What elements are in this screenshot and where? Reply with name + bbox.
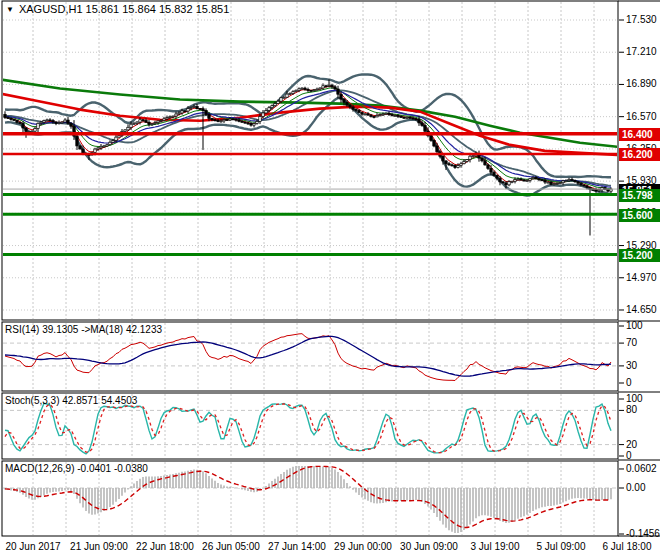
- time-label: 27 Jun 14:00: [268, 541, 326, 552]
- chart-window: ▼XAGUSD,H1 15.861 15.864 15.832 15.851 R…: [0, 0, 660, 560]
- price-level-badge: 15.798: [619, 189, 660, 202]
- macd-tick: 0.0602: [626, 463, 657, 474]
- collapse-triangle-icon[interactable]: ▼: [6, 5, 14, 14]
- stoch-tick: 80: [626, 404, 637, 415]
- macd-tick: 0.00: [626, 482, 645, 493]
- rsi-tick: 70: [626, 337, 637, 348]
- price-tick: 16.570: [626, 111, 657, 122]
- price-level-badge: 15.200: [619, 249, 660, 262]
- stoch-label: Stoch(5,3,3) 42.8571 54.4503: [5, 395, 137, 406]
- price-level-badge: 16.200: [619, 148, 660, 161]
- chart-canvas[interactable]: [0, 0, 660, 560]
- time-label: 3 Jul 19:00: [471, 541, 520, 552]
- time-label: 20 Jun 2017: [5, 541, 60, 552]
- time-label: 26 Jun 05:00: [202, 541, 260, 552]
- time-label: 30 Jun 09:00: [400, 541, 458, 552]
- price-level-badge: 16.400: [619, 128, 660, 141]
- price-tick: 17.530: [626, 14, 657, 25]
- macd-label: MACD(12,26,9) -0.0401 -0.0380: [5, 463, 148, 474]
- symbol-title: XAGUSD,H1 15.861 15.864 15.832 15.851: [19, 3, 229, 15]
- time-label: 6 Jul 18:00: [603, 541, 652, 552]
- time-label: 29 Jun 00:00: [334, 541, 392, 552]
- time-label: 22 Jun 18:00: [136, 541, 194, 552]
- rsi-tick: 0: [626, 377, 632, 388]
- price-tick: 14.970: [626, 272, 657, 283]
- rsi-tick: 30: [626, 360, 637, 371]
- macd-tick: -0.1456: [626, 528, 660, 539]
- rsi-label: RSI(14) 39.1305 ->MA(18) 42.1233: [5, 324, 162, 335]
- time-label: 21 Jun 09:00: [70, 541, 128, 552]
- stoch-tick: 0: [626, 450, 632, 461]
- price-tick: 14.650: [626, 304, 657, 315]
- stoch-tick: 20: [626, 439, 637, 450]
- price-tick: 17.210: [626, 46, 657, 57]
- price-level-badge: 15.600: [619, 209, 660, 222]
- chart-title: ▼XAGUSD,H1 15.861 15.864 15.832 15.851: [6, 3, 229, 15]
- stoch-tick: 100: [626, 393, 643, 404]
- rsi-tick: 100: [626, 320, 643, 331]
- time-label: 5 Jul 09:00: [537, 541, 586, 552]
- price-tick: 16.890: [626, 78, 657, 89]
